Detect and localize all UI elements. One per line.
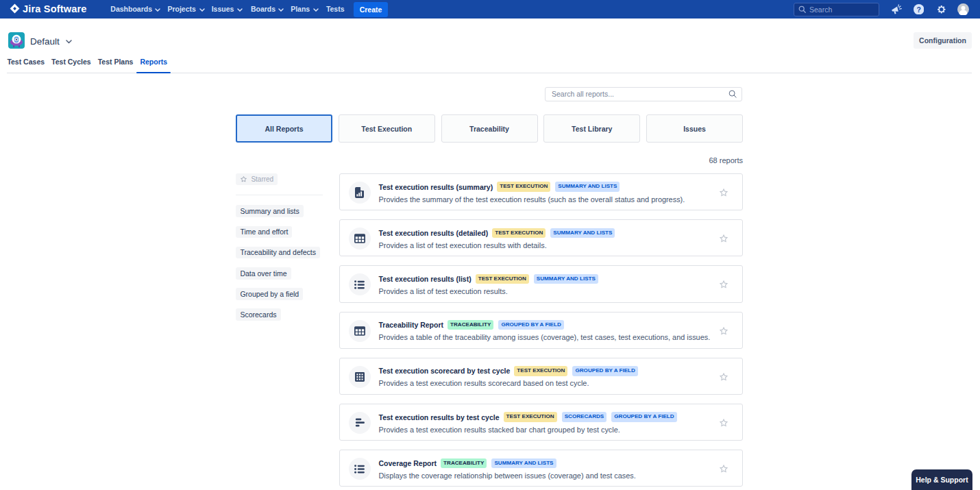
svg-text:?: ? [916,5,920,13]
